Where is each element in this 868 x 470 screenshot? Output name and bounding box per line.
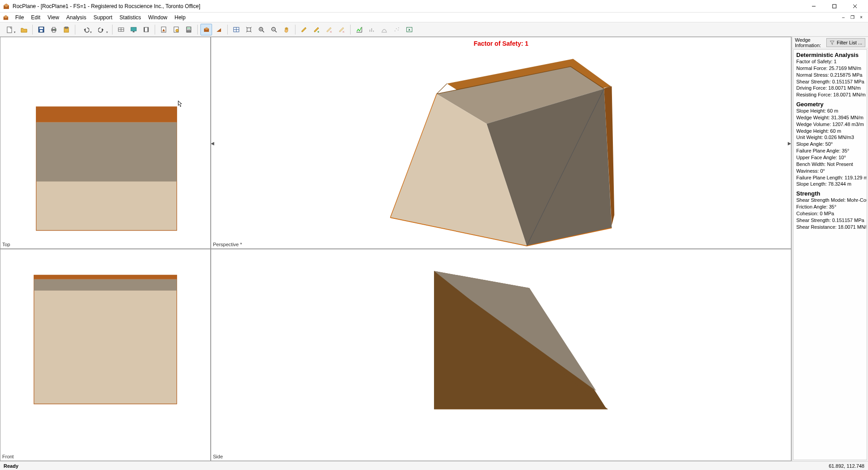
print-icon[interactable] xyxy=(48,24,60,35)
display-options-icon[interactable] xyxy=(115,24,127,35)
info-line: Upper Face Angle: 10° xyxy=(796,154,864,161)
info-line: Slope Height: 60 m xyxy=(796,108,864,114)
app-window: RocPlane - [RocPlane1 - FS=1 - Registere… xyxy=(0,0,868,470)
pan-icon[interactable] xyxy=(281,24,292,35)
minimize-button[interactable] xyxy=(803,0,824,13)
toolbar-separator xyxy=(155,25,155,35)
toolbar-separator xyxy=(295,25,295,35)
delete-tool-icon[interactable] xyxy=(323,24,335,35)
menu-statistics[interactable]: Statistics xyxy=(116,13,145,22)
info-section-title: Strength xyxy=(796,190,864,197)
undo-icon[interactable] xyxy=(78,24,93,35)
titlebar: RocPlane - [RocPlane1 - FS=1 - Registere… xyxy=(0,0,868,13)
menu-window[interactable]: Window xyxy=(145,13,171,22)
status-coords: 61.892, 112.748 xyxy=(829,463,864,469)
panel-header-label: Wedge Information: xyxy=(795,37,824,48)
redo-icon[interactable] xyxy=(94,24,109,35)
info-line: Shear Resistance: 18.0071 MN/m xyxy=(796,224,864,231)
filter-button-label: Filter List ... xyxy=(837,40,862,45)
menu-edit[interactable]: Edit xyxy=(27,13,44,22)
toolbar-separator xyxy=(227,25,228,35)
menu-file[interactable]: File xyxy=(12,13,27,22)
view-front[interactable]: Front xyxy=(0,249,211,461)
menu-analysis[interactable]: Analysis xyxy=(63,13,90,22)
info-line: Slope Angle: 50° xyxy=(796,141,864,148)
svg-rect-65 xyxy=(833,4,836,8)
zoom-extents-icon[interactable] xyxy=(243,24,255,35)
calculator-icon[interactable] xyxy=(183,24,195,35)
view-side[interactable]: Side xyxy=(211,249,791,461)
menu-view[interactable]: View xyxy=(44,13,63,22)
filter-list-button[interactable]: Filter List ... xyxy=(826,38,865,47)
project-settings-icon[interactable] xyxy=(170,24,182,35)
excel-icon[interactable] xyxy=(404,24,415,35)
scatter-plot-icon[interactable] xyxy=(391,24,403,35)
new-icon[interactable] xyxy=(2,24,17,35)
mdi-restore-button[interactable]: ❐ xyxy=(848,14,856,21)
open-icon[interactable] xyxy=(18,24,30,35)
svg-rect-79 xyxy=(34,279,177,291)
save-icon[interactable] xyxy=(35,24,47,35)
info-line: Resisting Force: 18.0071 MN/m xyxy=(796,91,864,98)
viewport-grid: Top Factor of Safety: 1 ◀ ▶ xyxy=(0,37,792,461)
clipboard-icon[interactable] xyxy=(61,24,72,35)
cursor-icon xyxy=(178,100,183,108)
grid-icon[interactable] xyxy=(230,24,242,35)
auto-compute-icon[interactable] xyxy=(128,24,139,35)
cumulative-icon[interactable] xyxy=(378,24,390,35)
info-line: Shear Strength: 0.151157 MPa xyxy=(796,217,864,224)
edit-tool-icon[interactable] xyxy=(298,24,310,35)
statusbar: Ready 61.892, 112.748 xyxy=(0,461,868,470)
view-perspective[interactable]: Factor of Safety: 1 ◀ ▶ xyxy=(211,37,791,249)
info-section-title: Geometry xyxy=(796,101,864,108)
zoom-in-icon[interactable] xyxy=(256,24,267,35)
view-nav-left-icon[interactable]: ◀ xyxy=(211,140,214,145)
filter-icon xyxy=(829,40,835,45)
view-nav-right-icon[interactable]: ▶ xyxy=(788,140,791,145)
add-tool-icon[interactable] xyxy=(311,24,322,35)
info-line: Failure Plane Length: 119.129 m xyxy=(796,174,864,181)
info-line: Normal Stress: 0.215875 MPa xyxy=(796,72,864,78)
svg-rect-70 xyxy=(36,107,177,122)
info-line: Friction Angle: 35° xyxy=(796,204,864,210)
film-icon[interactable] xyxy=(140,24,152,35)
view-top[interactable]: Top xyxy=(0,37,211,249)
info-line: Wedge Height: 60 m xyxy=(796,128,864,135)
mdi-close-button[interactable]: × xyxy=(857,14,865,21)
wedge2d-icon[interactable] xyxy=(213,24,225,35)
client-area: Top Factor of Safety: 1 ◀ ▶ xyxy=(0,37,868,461)
info-line: Wedge Volume: 1207.48 m3/m xyxy=(796,121,864,128)
info-line: Unit Weight: 0.026 MN/m3 xyxy=(796,134,864,141)
toolbar-separator xyxy=(197,25,198,35)
input-data-icon[interactable] xyxy=(158,24,169,35)
svg-rect-69 xyxy=(36,122,177,182)
info-line: Waviness: 0° xyxy=(796,168,864,174)
maximize-button[interactable] xyxy=(824,0,845,13)
document-icon xyxy=(3,14,9,21)
view-label: Perspective * xyxy=(213,242,242,247)
close-button[interactable] xyxy=(845,0,865,13)
info-viewer-icon[interactable] xyxy=(353,24,365,35)
delete-all-icon[interactable] xyxy=(336,24,347,35)
info-line: Bench Width: Not Present xyxy=(796,161,864,168)
histogram-icon[interactable] xyxy=(366,24,378,35)
view-label: Front xyxy=(2,454,14,459)
toolbar xyxy=(0,22,868,37)
info-line: Shear Strength Model: Mohr-Coulomb xyxy=(796,197,864,204)
toolbar-separator xyxy=(75,25,75,35)
menu-support[interactable]: Support xyxy=(90,13,116,22)
mdi-minimize-button[interactable]: – xyxy=(839,14,847,21)
wedge3d-icon[interactable] xyxy=(200,24,212,35)
app-icon xyxy=(3,3,10,10)
view-label: Side xyxy=(213,454,223,459)
menu-help[interactable]: Help xyxy=(171,13,189,22)
info-line: Shear Strength: 0.151157 MPa xyxy=(796,78,864,85)
status-text: Ready xyxy=(4,463,829,469)
info-section-title: Deterministic Analysis xyxy=(796,52,864,58)
info-body[interactable]: Deterministic AnalysisFactor of Safety: … xyxy=(793,49,867,460)
window-controls xyxy=(803,0,865,13)
toolbar-separator xyxy=(350,25,351,35)
window-title: RocPlane - [RocPlane1 - FS=1 - Registere… xyxy=(13,3,803,9)
info-line: Normal Force: 25.7169 MN/m xyxy=(796,65,864,72)
zoom-out-icon[interactable] xyxy=(268,24,280,35)
